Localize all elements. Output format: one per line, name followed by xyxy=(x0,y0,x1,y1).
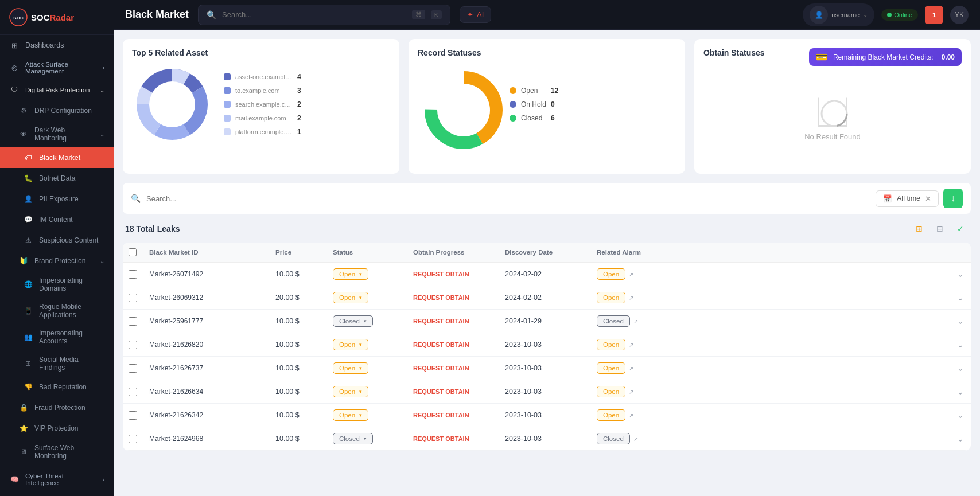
status-badge-7[interactable]: Closed ▾ xyxy=(333,433,373,444)
alarm-link-7[interactable]: ↗ xyxy=(633,436,638,442)
alarm-link-4[interactable]: ↗ xyxy=(629,365,633,372)
sidebar-item-impersonating-domains[interactable]: 🌐 Impersonating Domains xyxy=(0,271,114,298)
status-badge-5[interactable]: Open ▾ xyxy=(333,386,368,397)
status-chevron-2: ▾ xyxy=(364,318,367,324)
td-expand-3[interactable]: ⌄ xyxy=(950,340,971,349)
td-expand-5[interactable]: ⌄ xyxy=(950,387,971,396)
ai-button[interactable]: ✦ AI xyxy=(460,6,491,23)
sidebar-item-fraud-protection[interactable]: 🔒 Fraud Protection xyxy=(0,397,114,418)
search-input[interactable] xyxy=(222,10,406,19)
th-id: Black Market ID xyxy=(143,248,270,256)
sidebar-item-impersonating-accounts[interactable]: 👥 Impersonating Accounts xyxy=(0,324,114,350)
status-badge-2[interactable]: Closed ▾ xyxy=(333,315,373,327)
sidebar-item-rogue-mobile[interactable]: 📱 Rogue Mobile Applications xyxy=(0,298,114,324)
td-obtain-2[interactable]: REQUEST OBTAIN xyxy=(407,318,499,325)
sidebar-item-social-media[interactable]: ⊞ Social Media Findings xyxy=(0,350,114,377)
alarm-link-2[interactable]: ↗ xyxy=(633,318,638,325)
sidebar-item-drp-config[interactable]: ⚙ DRP Configuration xyxy=(0,100,114,121)
row-checkbox-6[interactable] xyxy=(129,411,137,420)
sidebar-item-brand-protection[interactable]: 🔰 Brand Protection ⌄ xyxy=(0,251,114,271)
th-checkbox xyxy=(123,248,143,256)
sidebar-item-digital-risk[interactable]: 🛡 Digital Risk Protection ⌄ xyxy=(0,80,114,100)
export-button[interactable]: ↓ xyxy=(943,189,963,208)
alarm-link-0[interactable]: ↗ xyxy=(629,271,633,278)
row-checkbox-1[interactable] xyxy=(129,294,137,302)
notification-button[interactable]: 1 xyxy=(925,6,943,24)
td-date-7: 2023-10-03 xyxy=(499,435,591,443)
sidebar-item-dashboards[interactable]: ⊞ Dashboards xyxy=(0,35,114,56)
message-icon: 💬 xyxy=(23,214,33,225)
table-search-input[interactable] xyxy=(146,194,870,203)
alarm-badge-6[interactable]: Open xyxy=(597,409,625,421)
td-expand-1[interactable]: ⌄ xyxy=(950,293,971,302)
clear-filter-icon[interactable]: ✕ xyxy=(925,194,931,203)
user-avatar-2[interactable]: YK xyxy=(950,6,969,24)
alarm-badge-7[interactable]: Closed xyxy=(597,433,630,444)
td-obtain-4[interactable]: REQUEST OBTAIN xyxy=(407,365,499,372)
legend-item-4: platform.example.com 1 xyxy=(224,128,309,136)
row-checkbox-3[interactable] xyxy=(129,341,137,349)
td-alarm-7: Closed ↗ xyxy=(591,433,950,444)
td-expand-7[interactable]: ⌄ xyxy=(950,434,971,443)
alarm-badge-0[interactable]: Open xyxy=(597,268,625,280)
row-checkbox-7[interactable] xyxy=(129,435,137,443)
status-badge-0[interactable]: Open ▾ xyxy=(333,268,368,280)
sidebar-item-botnet-data[interactable]: 🐛 Botnet Data xyxy=(0,168,114,189)
sidebar-item-cyber-threat[interactable]: 🧠 Cyber Threat Intelligence › xyxy=(0,467,114,491)
sidebar: SOC SOCRadar ⊞ Dashboards ◎ Attack Surfa… xyxy=(0,0,114,496)
status-badge-6[interactable]: Open ▾ xyxy=(333,409,368,421)
view-btn-check[interactable]: ✓ xyxy=(952,221,969,237)
sidebar-item-surface-web[interactable]: 🖥 Surface Web Monitoring xyxy=(0,439,114,465)
td-obtain-3[interactable]: REQUEST OBTAIN xyxy=(407,341,499,348)
alarm-badge-3[interactable]: Open xyxy=(597,339,625,350)
alarm-link-3[interactable]: ↗ xyxy=(629,342,633,348)
status-badge-4[interactable]: Open ▾ xyxy=(333,362,368,374)
td-expand-2[interactable]: ⌄ xyxy=(950,317,971,326)
time-filter[interactable]: 📅 All time ✕ xyxy=(876,190,939,207)
select-all-checkbox[interactable] xyxy=(129,248,137,256)
legend-dot-0 xyxy=(224,73,231,80)
record-statuses-chart: Open 12 On Hold 0 Closed 6 xyxy=(418,64,676,144)
sidebar-item-im-content[interactable]: 💬 IM Content xyxy=(0,209,114,230)
alarm-badge-1[interactable]: Open xyxy=(597,292,625,303)
sidebar-item-supply-chain[interactable]: ⛓ Supply Chain Intelligence xyxy=(0,491,114,496)
sidebar-item-dark-web[interactable]: 👁 Dark Web Monitoring ⌄ xyxy=(0,121,114,147)
td-expand-0[interactable]: ⌄ xyxy=(950,270,971,279)
td-obtain-1[interactable]: REQUEST OBTAIN xyxy=(407,294,499,301)
alarm-link-6[interactable]: ↗ xyxy=(629,412,633,419)
td-obtain-7[interactable]: REQUEST OBTAIN xyxy=(407,435,499,442)
sidebar-item-black-market[interactable]: 🏷 Black Market xyxy=(0,147,114,168)
td-expand-4[interactable]: ⌄ xyxy=(950,364,971,373)
row-checkbox-0[interactable] xyxy=(129,270,137,279)
mobile-icon: 📱 xyxy=(23,306,33,316)
grid-icon: ⊞ xyxy=(9,40,20,50)
row-checkbox-4[interactable] xyxy=(129,364,137,373)
status-badge-3[interactable]: Open ▾ xyxy=(333,339,368,350)
alarm-badge-2[interactable]: Closed xyxy=(597,315,630,327)
view-btn-grid[interactable]: ⊞ xyxy=(911,221,927,237)
td-obtain-5[interactable]: REQUEST OBTAIN xyxy=(407,388,499,395)
view-btn-list[interactable]: ⊟ xyxy=(932,221,948,237)
alarm-badge-4[interactable]: Open xyxy=(597,362,625,374)
td-obtain-6[interactable]: REQUEST OBTAIN xyxy=(407,412,499,419)
alarm-link-5[interactable]: ↗ xyxy=(629,389,633,395)
alarm-badge-5[interactable]: Open xyxy=(597,386,625,397)
sidebar-item-attack-surface[interactable]: ◎ Attack Surface Management › xyxy=(0,56,114,80)
row-checkbox-5[interactable] xyxy=(129,388,137,396)
td-id-1: Market-26069312 xyxy=(143,294,270,302)
bug-icon: 🐛 xyxy=(23,173,33,183)
chevron-user: ⌄ xyxy=(863,11,868,18)
status-badge-1[interactable]: Open ▾ xyxy=(333,292,368,303)
td-expand-6[interactable]: ⌄ xyxy=(950,411,971,420)
sidebar-item-pii-exposure[interactable]: 👤 PII Exposure xyxy=(0,189,114,209)
alarm-link-1[interactable]: ↗ xyxy=(629,295,633,301)
sidebar-item-bad-reputation[interactable]: 👎 Bad Reputation xyxy=(0,377,114,397)
global-search[interactable]: 🔍 ⌘ K xyxy=(198,5,450,25)
row-checkbox-2[interactable] xyxy=(129,317,137,326)
sidebar-item-vip-protection[interactable]: ⭐ VIP Protection xyxy=(0,418,114,439)
topbar-right: 👤 username ⌄ Online 1 YK xyxy=(803,3,969,26)
topbar: Black Market 🔍 ⌘ K ✦ AI 👤 username ⌄ Onl… xyxy=(114,0,980,30)
th-expand xyxy=(950,248,971,256)
sidebar-item-suspicious-content[interactable]: ⚠ Suspicious Content xyxy=(0,230,114,251)
td-obtain-0[interactable]: REQUEST OBTAIN xyxy=(407,271,499,278)
